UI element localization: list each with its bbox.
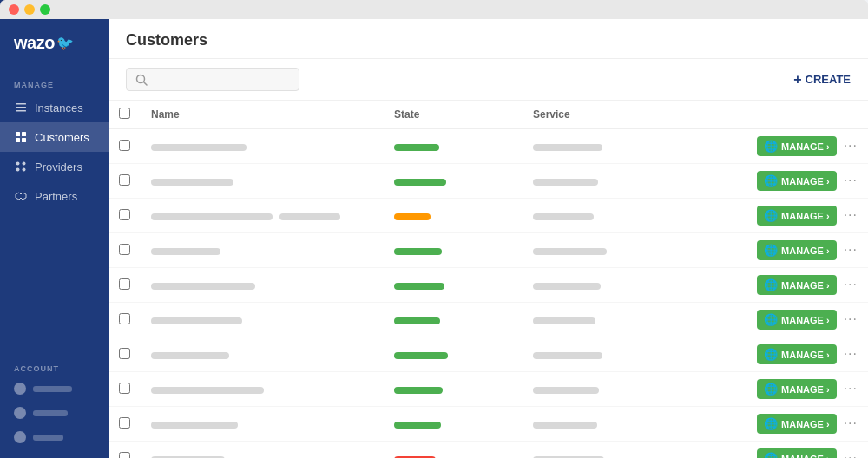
account-item-billing[interactable] <box>0 401 108 425</box>
manage-button[interactable]: 🌐MANAGE › <box>757 240 837 260</box>
service-skeleton <box>533 248 607 255</box>
sidebar-item-instances[interactable]: Instances <box>0 93 108 122</box>
more-options-button[interactable]: ··· <box>844 277 858 291</box>
search-input[interactable] <box>155 73 276 86</box>
sidebar-item-providers[interactable]: Providers <box>0 152 108 181</box>
table-row: 🌐MANAGE ›··· <box>108 129 868 164</box>
name-skeleton <box>151 144 247 151</box>
svg-rect-0 <box>16 103 26 105</box>
row-checkbox[interactable] <box>119 452 130 459</box>
person-icon <box>14 383 26 395</box>
account-item-users[interactable] <box>0 376 108 401</box>
manage-label: MANAGE › <box>781 350 830 360</box>
manage-button[interactable]: 🌐MANAGE › <box>757 344 837 364</box>
manage-button[interactable]: 🌐MANAGE › <box>757 379 837 399</box>
sidebar-item-partners[interactable]: Partners <box>0 181 108 211</box>
list-icon <box>14 101 28 114</box>
globe-icon: 🌐 <box>764 244 778 257</box>
table-row: 🌐MANAGE ›··· <box>108 268 868 303</box>
more-options-button[interactable]: ··· <box>844 311 858 326</box>
row-checkbox[interactable] <box>119 278 130 290</box>
more-options-button[interactable]: ··· <box>844 207 858 222</box>
name-skeleton <box>151 283 255 290</box>
manage-button[interactable]: 🌐MANAGE › <box>757 171 837 191</box>
row-checkbox[interactable] <box>119 313 130 324</box>
svg-rect-3 <box>16 132 20 136</box>
table-container: Name State Service 🌐MANAGE ›···🌐MANAGE ›… <box>108 101 868 458</box>
state-bar <box>394 248 442 255</box>
main-content: Customers + CREATE Name State Service <box>108 19 868 458</box>
manage-button[interactable]: 🌐MANAGE › <box>757 206 837 226</box>
manage-button[interactable]: 🌐MANAGE › <box>757 414 837 434</box>
globe-icon: 🌐 <box>764 417 778 430</box>
svg-line-12 <box>144 82 148 85</box>
account-section-label: ACCOUNT <box>0 357 108 376</box>
svg-point-9 <box>16 168 20 172</box>
more-options-button[interactable]: ··· <box>844 450 858 458</box>
account-section: ACCOUNT <box>0 357 108 458</box>
maximize-button[interactable] <box>40 4 50 15</box>
more-options-button[interactable]: ··· <box>844 381 858 396</box>
col-actions <box>661 101 868 129</box>
row-checkbox[interactable] <box>119 244 130 255</box>
manage-label: MANAGE › <box>781 211 830 221</box>
more-options-button[interactable]: ··· <box>844 415 858 430</box>
col-state: State <box>384 101 523 129</box>
state-bar <box>394 213 431 220</box>
state-bar <box>394 317 440 324</box>
row-checkbox[interactable] <box>119 348 130 359</box>
globe-icon: 🌐 <box>764 452 778 458</box>
state-bar <box>394 352 448 359</box>
minimize-button[interactable] <box>24 4 35 15</box>
table-row: 🌐MANAGE ›··· <box>108 303 868 337</box>
row-checkbox[interactable] <box>119 417 130 429</box>
close-button[interactable] <box>9 4 19 15</box>
name-skeleton <box>151 422 238 429</box>
search-box[interactable] <box>126 68 299 91</box>
more-options-button[interactable]: ··· <box>844 242 858 257</box>
row-checkbox[interactable] <box>119 140 130 151</box>
logo: wazo 🐦 <box>0 19 108 74</box>
logo-text: wazo <box>14 33 55 53</box>
svg-point-10 <box>23 168 26 172</box>
row-checkbox[interactable] <box>119 174 130 186</box>
manage-label: MANAGE › <box>781 315 830 325</box>
customers-table: Name State Service 🌐MANAGE ›···🌐MANAGE ›… <box>108 101 868 458</box>
more-options-button[interactable]: ··· <box>844 346 858 361</box>
manage-button[interactable]: 🌐MANAGE › <box>757 275 837 295</box>
account-item-profile[interactable] <box>0 425 108 449</box>
sidebar-item-instances-label: Instances <box>35 101 83 114</box>
table-row: 🌐MANAGE ›··· <box>108 164 868 199</box>
create-label: CREATE <box>806 73 851 86</box>
create-button[interactable]: + CREATE <box>793 72 851 88</box>
more-options-button[interactable]: ··· <box>844 173 858 187</box>
more-options-button[interactable]: ··· <box>844 138 858 153</box>
globe-icon: 🌐 <box>764 313 778 326</box>
row-checkbox[interactable] <box>119 383 130 394</box>
manage-label: MANAGE › <box>781 419 830 429</box>
service-skeleton <box>533 317 595 324</box>
manage-button[interactable]: 🌐MANAGE › <box>757 448 837 458</box>
page-header: Customers <box>108 19 868 59</box>
doc-icon <box>14 407 26 419</box>
sidebar-item-providers-label: Providers <box>35 160 82 173</box>
manage-label: MANAGE › <box>781 141 830 152</box>
service-skeleton <box>533 352 602 359</box>
manage-section-label: MANAGE <box>0 74 108 93</box>
account-item-skeleton <box>33 386 72 392</box>
name-skeleton <box>151 352 229 359</box>
globe-icon: 🌐 <box>764 383 778 396</box>
manage-button[interactable]: 🌐MANAGE › <box>757 310 837 330</box>
table-row: 🌐MANAGE ›··· <box>108 337 868 372</box>
state-bar <box>394 179 446 186</box>
manage-label: MANAGE › <box>781 245 830 256</box>
manage-label: MANAGE › <box>781 454 830 459</box>
select-all-checkbox[interactable] <box>119 108 130 119</box>
svg-rect-2 <box>16 110 26 112</box>
row-checkbox[interactable] <box>119 209 130 220</box>
svg-point-8 <box>23 162 26 166</box>
sidebar-item-customers[interactable]: Customers <box>0 122 108 152</box>
col-service: Service <box>523 101 661 129</box>
manage-button[interactable]: 🌐MANAGE › <box>757 136 837 156</box>
grid-icon <box>14 130 28 144</box>
